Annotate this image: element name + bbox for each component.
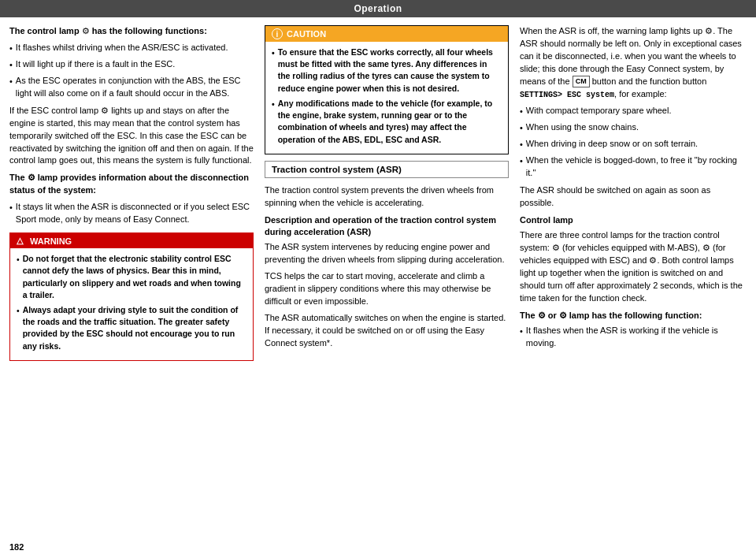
header-title: Operation — [354, 3, 402, 14]
bullet-dot: • — [520, 139, 523, 151]
bullet-dot: • — [9, 59, 13, 72]
right-bullet-3: • When driving in deep snow or on soft t… — [520, 138, 747, 151]
intro-symbol: ⚙ — [80, 26, 90, 35]
right-bullet-4: • When the vehicle is bogged-down, to fr… — [520, 154, 747, 180]
bullet-text-4: It stays lit when the ASR is disconnecte… — [16, 201, 254, 226]
bullet-dot: • — [520, 106, 523, 118]
content-area: The control lamp ⚙ has the following fun… — [0, 17, 756, 558]
bullet-dot: • — [520, 326, 523, 350]
warning-text-2: Always adapt your driving style to suit … — [23, 304, 246, 352]
intro-bold: The control lamp — [9, 26, 80, 35]
traction-title: Traction control system (ASR) — [272, 165, 402, 174]
bullet-dot: • — [272, 99, 275, 146]
right-para1: When the ASR is off, the warning lamp li… — [520, 25, 747, 101]
asr-para3: The ASR automatically switches on when t… — [265, 312, 509, 350]
bullet-dot: • — [272, 47, 275, 95]
settings-text: SETTINGS> ESC system — [520, 91, 614, 99]
header-bar: Operation — [0, 0, 756, 17]
asr-para1: The ASR system intervenes by reducing en… — [265, 241, 509, 266]
caution-label: CAUTION — [287, 29, 326, 39]
warning-header: △ WARNING — [10, 233, 253, 248]
right-bullet-text-5: It flashes when the ASR is working if th… — [526, 325, 747, 350]
col-right: When the ASR is off, the warning lamp li… — [520, 25, 747, 552]
warning-body: • Do not forget that the electronic stab… — [10, 248, 253, 360]
right-bullet-2: • When using the snow chains. — [520, 121, 747, 135]
bullet-dot: • — [9, 43, 13, 55]
control-lamp-title: Control lamp — [520, 214, 747, 226]
col-left: The control lamp ⚙ has the following fun… — [9, 25, 254, 552]
caution-bullet-2: • Any modifications made to the vehicle … — [272, 98, 502, 146]
caution-text-2: Any modifications made to the vehicle (f… — [278, 98, 502, 146]
traction-intro: The traction control system prevents the… — [265, 184, 509, 210]
bullet-text-1: It flashes whilst driving when the ASR/E… — [16, 42, 228, 55]
col-left-para1: If the ESC control lamp ⚙ lights up and … — [9, 105, 254, 168]
caution-bullet-1: • To ensure that the ESC works correctly… — [272, 46, 502, 95]
control-lamp-para: There are three control lamps for the tr… — [520, 229, 747, 305]
col-left-intro: The control lamp ⚙ has the following fun… — [9, 25, 254, 38]
warning-box: △ WARNING • Do not forget that the elect… — [9, 232, 254, 361]
bullet-dot: • — [9, 202, 13, 226]
bullet-text-3: As the ESC operates in conjunction with … — [16, 75, 254, 100]
warning-bullet-2: • Always adapt your driving style to sui… — [17, 304, 246, 352]
section-title: Description and operation of the tractio… — [265, 214, 509, 239]
section-title2: The ⚙ or ⚙ lamp has the following functi… — [520, 310, 747, 322]
bullet-dot: • — [17, 305, 20, 352]
bullet-dot: • — [520, 155, 523, 180]
bullet-dot: • — [9, 76, 13, 100]
bullet-dot: • — [520, 122, 523, 135]
bullet-item-1: • It flashes whilst driving when the ASR… — [9, 42, 254, 55]
page-container: Operation The control lamp ⚙ has the fol… — [0, 0, 756, 558]
bullet-item-4: • It stays lit when the ASR is disconnec… — [9, 201, 254, 226]
right-para2: The ASR should be switched on again as s… — [520, 184, 747, 210]
col-middle: i CAUTION • To ensure that the ESC works… — [265, 25, 509, 552]
caution-header: i CAUTION — [265, 26, 508, 42]
cm-button: CM — [573, 76, 590, 87]
caution-text-1: To ensure that the ESC works correctly, … — [278, 46, 502, 95]
right-bullet-text-4: When the vehicle is bogged-down, to free… — [526, 154, 747, 180]
bullet-text-2: It will light up if there is a fault in … — [16, 58, 175, 72]
caution-icon: i — [272, 28, 283, 39]
caution-body: • To ensure that the ESC works correctly… — [265, 42, 508, 154]
col-left-section2: The ⚙ lamp provides information about th… — [9, 172, 254, 197]
bullet-item-3: • As the ESC operates in conjunction wit… — [9, 75, 254, 100]
bullet-dot: • — [17, 254, 20, 301]
warning-triangle-icon: △ — [17, 236, 23, 246]
warning-bullet-1: • Do not forget that the electronic stab… — [17, 253, 246, 301]
warning-label: WARNING — [30, 236, 72, 246]
right-bullet-text-2: When using the snow chains. — [526, 121, 639, 135]
warning-text-1: Do not forget that the electronic stabil… — [23, 253, 246, 301]
caution-box: i CAUTION • To ensure that the ESC works… — [265, 25, 509, 154]
right-bullet-1: • With compact temporary spare wheel. — [520, 105, 747, 118]
asr-para2: TCS helps the car to start moving, accel… — [265, 270, 509, 308]
right-bullet-text-3: When driving in deep snow or on soft ter… — [526, 138, 698, 151]
page-number: 182 — [9, 542, 24, 552]
traction-title-box: Traction control system (ASR) — [265, 161, 509, 178]
intro-rest: has the following functions: — [90, 26, 207, 35]
right-bullet-text-1: With compact temporary spare wheel. — [526, 105, 672, 118]
right-bullet-5: • It flashes when the ASR is working if … — [520, 325, 747, 350]
bullet-item-2: • It will light up if there is a fault i… — [9, 58, 254, 72]
